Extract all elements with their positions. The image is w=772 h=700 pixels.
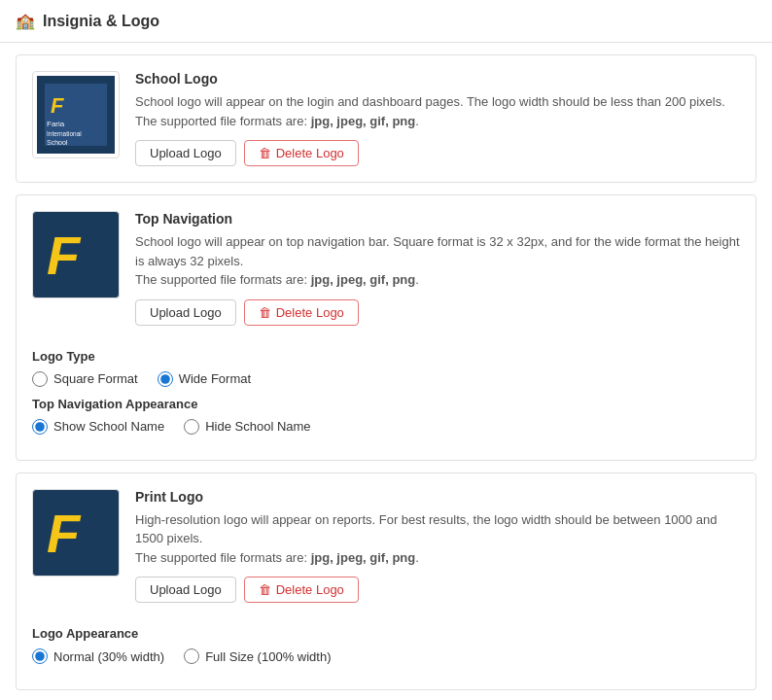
svg-text:International: International bbox=[47, 130, 82, 137]
top-navigation-title: Top Navigation bbox=[135, 211, 740, 227]
svg-text:F: F bbox=[51, 93, 64, 118]
print-logo-upload-button[interactable]: Upload Logo bbox=[135, 577, 236, 603]
top-navigation-description: School logo will appear on top navigatio… bbox=[135, 232, 740, 290]
logo-type-radio-group: Square Format Wide Format bbox=[32, 371, 740, 387]
wide-format-label: Wide Format bbox=[179, 371, 251, 386]
hide-school-name-radio[interactable] bbox=[184, 419, 199, 435]
square-format-radio[interactable] bbox=[32, 371, 48, 387]
hide-school-name-label: Hide School Name bbox=[205, 419, 310, 434]
school-logo-title: School Logo bbox=[135, 71, 740, 87]
school-logo-description: School logo will appear on the login and… bbox=[135, 92, 740, 130]
show-school-name-label: Show School Name bbox=[53, 419, 164, 434]
print-logo-delete-button[interactable]: 🗑 Delete Logo bbox=[244, 577, 359, 603]
square-format-label: Square Format bbox=[53, 371, 138, 386]
appearance-label: Top Navigation Appearance bbox=[32, 397, 740, 411]
print-logo-image: F bbox=[37, 494, 115, 572]
wide-format-radio[interactable] bbox=[158, 371, 173, 387]
svg-text:Faria: Faria bbox=[47, 120, 65, 128]
top-navigation-content: Top Navigation School logo will appear o… bbox=[135, 211, 740, 326]
print-logo-row: F Print Logo High-resolution logo will a… bbox=[32, 489, 740, 604]
school-logo-buttons: Upload Logo 🗑 Delete Logo bbox=[135, 140, 740, 166]
top-nav-delete-button[interactable]: 🗑 Delete Logo bbox=[244, 299, 359, 326]
trash-icon: 🗑 bbox=[259, 146, 271, 160]
square-format-option[interactable]: Square Format bbox=[32, 371, 138, 387]
print-logo-preview: F bbox=[32, 489, 120, 577]
svg-text:School: School bbox=[47, 139, 68, 146]
top-nav-upload-button[interactable]: Upload Logo bbox=[135, 299, 236, 326]
trash-icon-2: 🗑 bbox=[259, 305, 271, 320]
full-size-label: Full Size (100% width) bbox=[205, 649, 331, 664]
school-logo-upload-button[interactable]: Upload Logo bbox=[135, 140, 236, 166]
normal-size-radio[interactable] bbox=[32, 648, 48, 664]
insignia-icon: 🏫 bbox=[16, 12, 35, 30]
school-logo-row: F Faria International School School Logo… bbox=[32, 71, 740, 166]
print-logo-buttons: Upload Logo 🗑 Delete Logo bbox=[135, 577, 740, 603]
svg-text:F: F bbox=[47, 503, 82, 564]
school-logo-section: F Faria International School School Logo… bbox=[16, 54, 756, 183]
section-header: 🏫 Insignia & Logo bbox=[0, 0, 772, 43]
school-logo-delete-button[interactable]: 🗑 Delete Logo bbox=[244, 140, 359, 166]
logo-type-label: Logo Type bbox=[32, 349, 740, 364]
school-logo-preview: F Faria International School bbox=[32, 71, 120, 158]
top-navigation-section: F Top Navigation School logo will appear… bbox=[16, 194, 756, 461]
svg-text:F: F bbox=[47, 225, 82, 286]
top-navigation-logo-preview: F bbox=[32, 211, 120, 298]
print-logo-title: Print Logo bbox=[135, 489, 740, 505]
top-nav-logo-image: F bbox=[37, 216, 115, 294]
trash-icon-3: 🗑 bbox=[259, 582, 271, 597]
print-appearance-label: Logo Appearance bbox=[32, 626, 740, 641]
print-appearance-radio-group: Normal (30% width) Full Size (100% width… bbox=[32, 648, 740, 664]
show-school-name-option[interactable]: Show School Name bbox=[32, 419, 164, 435]
school-logo-content: School Logo School logo will appear on t… bbox=[135, 71, 740, 166]
show-school-name-radio[interactable] bbox=[32, 419, 48, 435]
print-logo-content: Print Logo High-resolution logo will app… bbox=[135, 489, 740, 604]
top-navigation-row: F Top Navigation School logo will appear… bbox=[32, 211, 740, 326]
hide-school-name-option[interactable]: Hide School Name bbox=[184, 419, 310, 435]
full-size-option[interactable]: Full Size (100% width) bbox=[184, 648, 331, 664]
school-logo-image: F Faria International School bbox=[37, 76, 115, 154]
wide-format-option[interactable]: Wide Format bbox=[158, 371, 251, 387]
full-size-radio[interactable] bbox=[184, 648, 199, 664]
normal-size-option[interactable]: Normal (30% width) bbox=[32, 648, 164, 664]
print-logo-appearance-options: Logo Appearance Normal (30% width) Full … bbox=[32, 614, 740, 664]
print-logo-description: High-resolution logo will appear on repo… bbox=[135, 510, 740, 568]
page-title: Insignia & Logo bbox=[43, 13, 159, 30]
logo-type-options: Logo Type Square Format Wide Format Top … bbox=[32, 337, 740, 435]
normal-size-label: Normal (30% width) bbox=[53, 649, 164, 664]
appearance-radio-group: Show School Name Hide School Name bbox=[32, 419, 740, 435]
print-logo-section: F Print Logo High-resolution logo will a… bbox=[16, 472, 756, 691]
page-wrapper: 🏫 Insignia & Logo F Faria International … bbox=[0, 0, 772, 700]
top-navigation-buttons: Upload Logo 🗑 Delete Logo bbox=[135, 299, 740, 326]
